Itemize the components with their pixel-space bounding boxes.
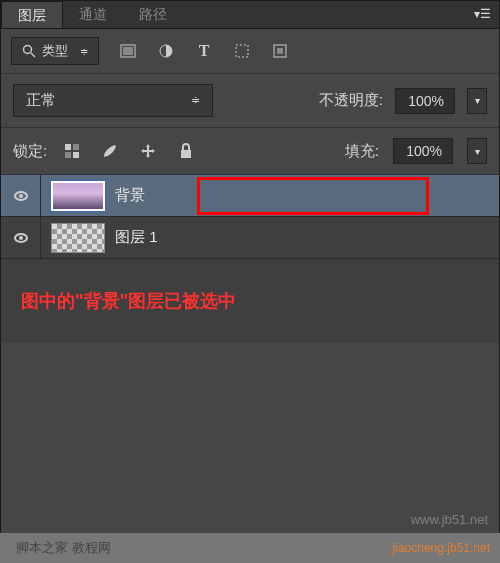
layer-filter-row: 类型 ≑ T bbox=[1, 29, 499, 74]
lock-all-icon[interactable] bbox=[175, 140, 197, 162]
svg-rect-5 bbox=[236, 45, 248, 57]
eye-icon bbox=[14, 233, 28, 243]
tab-channels[interactable]: 通道 bbox=[63, 1, 123, 28]
filter-smartobject-icon[interactable] bbox=[271, 42, 289, 60]
eye-icon bbox=[14, 191, 28, 201]
lock-paint-icon[interactable] bbox=[99, 140, 121, 162]
filter-adjustment-icon[interactable] bbox=[157, 42, 175, 60]
lock-label: 锁定: bbox=[13, 142, 47, 161]
fill-label: 填充: bbox=[345, 142, 379, 161]
layers-panel: 图层 通道 路径 ▾☰ 类型 ≑ T 正常 ≑ 不透明度: 100% ▾ 锁定: bbox=[0, 0, 500, 563]
chevron-updown-icon: ≑ bbox=[80, 46, 88, 57]
svg-point-0 bbox=[24, 46, 32, 54]
layers-list: 背景 图层 1 图中的"背景"图层已被选中 bbox=[1, 175, 499, 343]
svg-rect-3 bbox=[123, 47, 133, 55]
annotation-text: 图中的"背景"图层已被选中 bbox=[1, 259, 499, 343]
fill-value[interactable]: 100% bbox=[393, 138, 453, 164]
blend-mode-dropdown[interactable]: 正常 ≑ bbox=[13, 84, 213, 117]
svg-rect-12 bbox=[181, 150, 191, 158]
bottom-toolbar: 脚本之家 教程网 jiaocheng.jb51.net bbox=[0, 533, 500, 563]
tab-layers[interactable]: 图层 bbox=[1, 1, 63, 28]
fill-dropdown-icon[interactable]: ▾ bbox=[467, 138, 487, 164]
layer-thumbnail[interactable] bbox=[51, 223, 105, 253]
blend-mode-value: 正常 bbox=[26, 91, 56, 110]
watermark: www.jb51.net bbox=[411, 512, 488, 527]
visibility-toggle[interactable] bbox=[1, 217, 41, 258]
layer-row[interactable]: 背景 bbox=[1, 175, 499, 217]
lock-row: 锁定: 填充: 100% ▾ bbox=[1, 128, 499, 175]
filter-pixel-icon[interactable] bbox=[119, 42, 137, 60]
svg-rect-8 bbox=[65, 144, 71, 150]
bottom-watermark-url: jiaocheng.jb51.net bbox=[393, 541, 490, 555]
visibility-toggle[interactable] bbox=[1, 175, 41, 216]
annotation-highlight-box bbox=[197, 177, 429, 215]
bottom-watermark: 脚本之家 教程网 bbox=[16, 539, 111, 557]
svg-rect-7 bbox=[277, 48, 283, 54]
svg-rect-9 bbox=[73, 144, 79, 150]
layer-thumbnail[interactable] bbox=[51, 181, 105, 211]
svg-rect-10 bbox=[65, 152, 71, 158]
opacity-value[interactable]: 100% bbox=[395, 88, 455, 114]
opacity-label: 不透明度: bbox=[319, 91, 383, 110]
svg-rect-11 bbox=[73, 152, 79, 158]
svg-line-1 bbox=[31, 53, 35, 57]
opacity-dropdown-icon[interactable]: ▾ bbox=[467, 88, 487, 114]
layer-row[interactable]: 图层 1 bbox=[1, 217, 499, 259]
chevron-updown-icon: ≑ bbox=[191, 94, 200, 107]
lock-position-icon[interactable] bbox=[137, 140, 159, 162]
layer-name[interactable]: 背景 bbox=[115, 186, 145, 205]
panel-tabs: 图层 通道 路径 ▾☰ bbox=[1, 1, 499, 29]
search-icon bbox=[22, 44, 36, 58]
filter-type-dropdown[interactable]: 类型 ≑ bbox=[11, 37, 99, 65]
filter-type-icon[interactable]: T bbox=[195, 42, 213, 60]
filter-label: 类型 bbox=[42, 42, 68, 60]
blend-mode-row: 正常 ≑ 不透明度: 100% ▾ bbox=[1, 74, 499, 128]
panel-menu-icon[interactable]: ▾☰ bbox=[474, 7, 491, 21]
layer-name[interactable]: 图层 1 bbox=[115, 228, 158, 247]
lock-transparency-icon[interactable] bbox=[61, 140, 83, 162]
filter-shape-icon[interactable] bbox=[233, 42, 251, 60]
tab-paths[interactable]: 路径 bbox=[123, 1, 183, 28]
